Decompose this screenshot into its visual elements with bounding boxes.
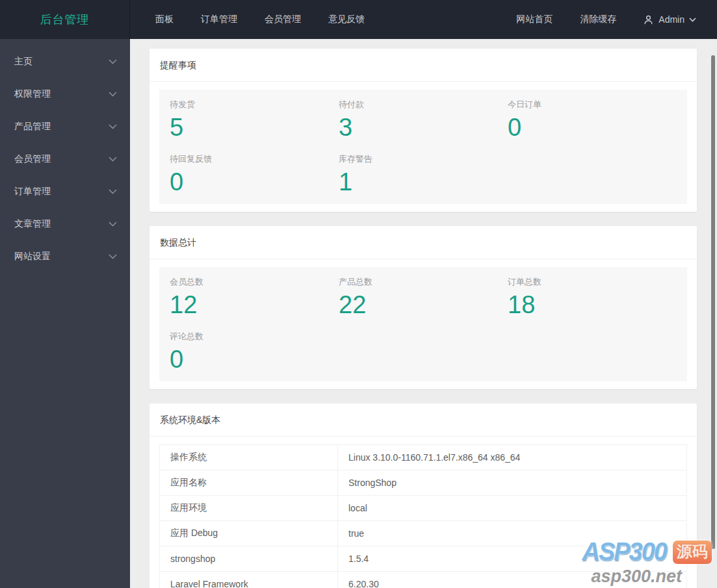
stat-pending-ship: 待发货 5	[170, 99, 339, 140]
chevron-down-icon	[689, 18, 696, 22]
main-content: 提醒事项 待发货 5 待付款 3 今日订单 0 待回复反馈 0	[130, 39, 717, 588]
stat-pending-pay: 待付款 3	[339, 99, 508, 140]
sidebar-item-site-settings[interactable]: 网站设置	[0, 240, 130, 273]
reminders-card-body: 待发货 5 待付款 3 今日订单 0 待回复反馈 0 库存警告 1	[150, 82, 697, 212]
table-row: Laravel Framework 6.20.30	[160, 572, 687, 588]
stat-label: 会员总数	[170, 276, 339, 288]
system-row-name: 应用环境	[160, 496, 338, 521]
chevron-down-icon	[109, 92, 117, 97]
brand-title[interactable]: 后台管理	[0, 0, 130, 39]
topbar-nav: 面板 订单管理 会员管理 意见反馈	[142, 0, 378, 39]
topbar-spacer	[378, 0, 502, 39]
system-row-value: true	[338, 521, 687, 546]
system-row-value: 1.5.4	[338, 546, 687, 572]
stat-label: 库存警告	[339, 153, 508, 165]
chevron-down-icon	[109, 59, 117, 64]
stat-label: 评论总数	[170, 331, 339, 342]
stat-stock-warning: 库存警告 1	[339, 153, 508, 195]
topnav-item-orders[interactable]: 订单管理	[187, 0, 251, 39]
table-row: 应用 Debug true	[160, 521, 687, 546]
topnav-item-clear-cache[interactable]: 清除缓存	[566, 0, 630, 39]
topbar-right-nav: 网站首页 清除缓存 Admin	[502, 0, 717, 39]
stat-today-orders: 今日订单 0	[508, 99, 677, 140]
chevron-down-icon	[109, 157, 117, 162]
sidebar-item-permissions[interactable]: 权限管理	[0, 78, 130, 110]
chevron-down-icon	[109, 124, 117, 129]
user-menu[interactable]: Admin	[630, 0, 707, 39]
system-row-value: StrongShop	[338, 470, 687, 496]
topnav-item-dashboard[interactable]: 面板	[142, 0, 187, 39]
stat-value: 1	[339, 169, 508, 195]
sidebar-item-home[interactable]: 主页	[0, 45, 130, 78]
user-icon	[643, 14, 654, 25]
stat-value: 0	[170, 346, 339, 372]
sidebar-item-products[interactable]: 产品管理	[0, 110, 130, 143]
system-row-value: Linux 3.10.0-1160.71.1.el7.x86_64 x86_64	[338, 445, 687, 470]
stat-value: 3	[339, 114, 508, 140]
reminders-card-title: 提醒事项	[150, 49, 697, 82]
topnav-item-site-home[interactable]: 网站首页	[502, 0, 566, 39]
stat-value: 12	[170, 292, 339, 318]
sidebar-item-label: 网站设置	[14, 251, 109, 262]
chevron-down-icon	[109, 254, 117, 259]
system-row-name: 应用 Debug	[160, 521, 338, 546]
topbar: 后台管理 面板 订单管理 会员管理 意见反馈 网站首页 清除缓存 Admin	[0, 0, 717, 39]
topnav-item-feedback[interactable]: 意见反馈	[315, 0, 378, 39]
scrollbar-thumb[interactable]	[711, 55, 715, 549]
chevron-down-icon	[109, 222, 117, 227]
system-card: 系统环境&版本 操作系统 Linux 3.10.0-1160.71.1.el7.…	[150, 403, 697, 588]
stat-value: 0	[508, 114, 677, 140]
totals-card: 数据总计 会员总数 12 产品总数 22 订单总数 18 评论总数 0	[150, 226, 697, 389]
chevron-down-icon	[109, 189, 117, 194]
sidebar-item-members[interactable]: 会员管理	[0, 143, 130, 175]
user-name: Admin	[658, 14, 684, 25]
sidebar-item-label: 主页	[14, 56, 109, 68]
reminders-card: 提醒事项 待发货 5 待付款 3 今日订单 0 待回复反馈 0	[150, 49, 697, 212]
stat-total-comments: 评论总数 0	[170, 331, 339, 372]
stat-total-products: 产品总数 22	[339, 276, 508, 318]
table-row: 应用名称 StrongShop	[160, 470, 687, 496]
stat-total-members: 会员总数 12	[170, 276, 339, 318]
system-row-name: Laravel Framework	[160, 572, 338, 588]
sidebar: 主页 权限管理 产品管理 会员管理 订单管理 文章管理 网站设置	[0, 39, 130, 588]
stat-label: 今日订单	[508, 99, 677, 110]
system-row-name: strongshop	[160, 546, 338, 572]
system-row-name: 操作系统	[160, 445, 338, 470]
sidebar-item-label: 权限管理	[14, 88, 109, 100]
table-row: 操作系统 Linux 3.10.0-1160.71.1.el7.x86_64 x…	[160, 445, 687, 470]
stat-total-orders: 订单总数 18	[508, 276, 677, 318]
totals-card-title: 数据总计	[150, 226, 697, 259]
stat-value: 5	[170, 114, 339, 140]
stat-value: 0	[170, 169, 339, 195]
totals-card-body: 会员总数 12 产品总数 22 订单总数 18 评论总数 0	[150, 259, 697, 389]
sidebar-item-label: 产品管理	[14, 121, 109, 133]
table-row: 应用环境 local	[160, 496, 687, 521]
stat-label: 待付款	[339, 99, 508, 110]
totals-stat-panel: 会员总数 12 产品总数 22 订单总数 18 评论总数 0	[159, 267, 687, 381]
stat-label: 待回复反馈	[170, 153, 339, 165]
system-row-value: 6.20.30	[338, 572, 687, 588]
sidebar-item-orders[interactable]: 订单管理	[0, 175, 130, 208]
sidebar-item-label: 订单管理	[14, 186, 109, 198]
sidebar-item-label: 文章管理	[14, 218, 109, 230]
topnav-item-members[interactable]: 会员管理	[251, 0, 315, 39]
stat-value: 22	[339, 292, 508, 318]
scrollbar-track	[710, 39, 717, 588]
stat-value: 18	[508, 292, 677, 318]
stat-label: 订单总数	[508, 276, 677, 288]
stat-label: 待发货	[170, 99, 339, 110]
system-card-body: 操作系统 Linux 3.10.0-1160.71.1.el7.x86_64 x…	[150, 437, 697, 588]
reminders-stat-panel: 待发货 5 待付款 3 今日订单 0 待回复反馈 0 库存警告 1	[159, 90, 687, 204]
table-row: strongshop 1.5.4	[160, 546, 687, 572]
system-row-name: 应用名称	[160, 470, 338, 496]
system-table: 操作系统 Linux 3.10.0-1160.71.1.el7.x86_64 x…	[159, 444, 687, 588]
sidebar-item-articles[interactable]: 文章管理	[0, 208, 130, 240]
system-card-title: 系统环境&版本	[150, 403, 697, 437]
stat-pending-feedback: 待回复反馈 0	[170, 153, 339, 195]
system-row-value: local	[338, 496, 687, 521]
stat-label: 产品总数	[339, 276, 508, 288]
sidebar-item-label: 会员管理	[14, 153, 109, 165]
